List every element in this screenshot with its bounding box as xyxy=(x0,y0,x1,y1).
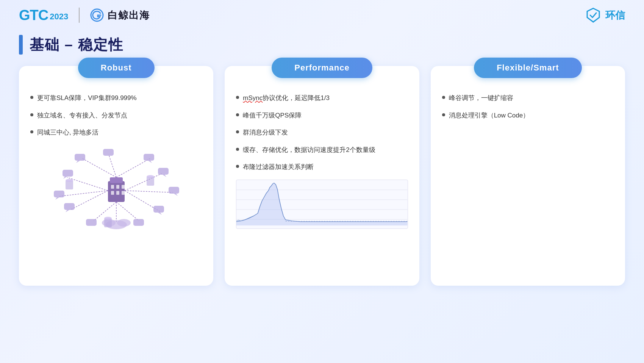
svg-line-21 xyxy=(116,202,139,221)
flexible-bullet-list: 峰谷调节，一键扩缩容 消息处理引擎（Low Code） xyxy=(442,93,614,120)
svg-line-12 xyxy=(116,158,150,177)
page-title-section: 基础 – 稳定性 xyxy=(19,35,625,55)
svg-rect-43 xyxy=(133,219,144,226)
gtc-logo: GTC 2023 xyxy=(19,7,68,23)
svg-rect-31 xyxy=(64,203,75,210)
svg-rect-27 xyxy=(63,170,73,177)
robust-bullet-1-text: 更可靠SLA保障，VIP集群99.999% xyxy=(37,93,137,103)
svg-line-17 xyxy=(125,191,173,192)
perf-bullet-4: 缓存、存储优化，数据访问速度提升2个数量级 xyxy=(236,145,408,155)
svg-rect-29 xyxy=(54,191,64,197)
bullet-dot xyxy=(30,130,33,133)
svg-rect-25 xyxy=(75,154,85,161)
robust-bullet-2-text: 独立域名、专有接入、分发节点 xyxy=(37,111,127,120)
perf-bullet-3: 群消息分级下发 xyxy=(236,128,408,138)
bullet-dot xyxy=(236,148,239,151)
robust-bullet-3: 同城三中心, 异地多活 xyxy=(30,128,202,138)
page-title: 基础 – 稳定性 xyxy=(30,35,123,55)
title-accent xyxy=(19,35,23,55)
brand-icon xyxy=(90,8,104,22)
robust-bullet-3-text: 同城三中心, 异地多活 xyxy=(37,128,98,138)
svg-point-45 xyxy=(66,179,73,182)
bullet-dot xyxy=(442,96,445,99)
flex-bullet-2-text: 消息处理引擎（Low Code） xyxy=(449,111,530,120)
svg-marker-36 xyxy=(163,175,166,177)
bullet-dot xyxy=(236,113,239,116)
network-svg xyxy=(48,147,184,230)
svg-point-47 xyxy=(147,175,154,178)
bullet-dot xyxy=(30,96,33,99)
card-flexible-smart-badge: Flexible/Smart xyxy=(474,58,581,78)
cards-container: Robust 更可靠SLA保障，VIP集群99.999% 独立域名、专有接入、分… xyxy=(0,62,644,293)
brand-name: 白鲸出海 xyxy=(108,9,150,22)
bullet-dot xyxy=(236,130,239,133)
svg-marker-40 xyxy=(158,213,162,215)
network-diagram xyxy=(30,145,202,232)
perf-bullet-3-text: 群消息分级下发 xyxy=(243,128,288,138)
svg-rect-9 xyxy=(122,191,125,195)
svg-line-16 xyxy=(125,174,162,191)
perf-bullet-5: 布隆过滤器加速关系判断 xyxy=(236,162,408,172)
header-divider xyxy=(79,8,80,23)
svg-marker-28 xyxy=(63,177,67,179)
card-performance-content: mSync协议优化，延迟降低1/3 峰值千万级QPS保障 群消息分级下发 缓存、… xyxy=(225,89,419,229)
card-flexible-smart-header: Flexible/Smart xyxy=(431,58,625,78)
card-robust-header: Robust xyxy=(19,58,213,78)
card-performance-header: Performance xyxy=(225,58,419,78)
header-left: GTC 2023 白鲸出海 xyxy=(19,7,150,23)
svg-rect-41 xyxy=(103,149,114,156)
header: GTC 2023 白鲸出海 环信 xyxy=(0,0,644,28)
msync-text: mSync xyxy=(243,94,263,102)
svg-rect-6 xyxy=(122,185,125,189)
card-flexible-smart: Flexible/Smart 峰谷调节，一键扩缩容 消息处理引擎（Low Cod… xyxy=(431,66,625,286)
svg-point-49 xyxy=(104,217,112,220)
robust-bullet-1: 更可靠SLA保障，VIP集群99.999% xyxy=(30,93,202,103)
svg-marker-38 xyxy=(174,194,178,196)
perf-bullet-2: 峰值千万级QPS保障 xyxy=(236,111,408,120)
huanxin-logo: 环信 xyxy=(585,7,625,23)
svg-point-24 xyxy=(117,219,131,227)
svg-marker-1 xyxy=(587,8,599,22)
svg-rect-7 xyxy=(111,191,114,195)
brand-logo: 白鲸出海 xyxy=(90,8,150,22)
robust-bullet-2: 独立域名、专有接入、分发节点 xyxy=(30,111,202,120)
svg-marker-32 xyxy=(66,210,69,212)
bullet-dot xyxy=(30,113,33,116)
svg-line-15 xyxy=(71,191,108,210)
perf-bullet-1-text: mSync协议优化，延迟降低1/3 xyxy=(243,93,330,103)
svg-rect-8 xyxy=(116,191,119,195)
svg-marker-34 xyxy=(148,161,152,163)
perf-bullet-2-text: 峰值千万级QPS保障 xyxy=(243,111,302,120)
card-robust-badge: Robust xyxy=(78,58,155,78)
svg-rect-42 xyxy=(86,219,97,226)
svg-rect-3 xyxy=(110,177,123,183)
bullet-dot xyxy=(236,96,239,99)
svg-rect-39 xyxy=(153,206,164,213)
card-robust: Robust 更可靠SLA保障，VIP集群99.999% 独立域名、专有接入、分… xyxy=(19,66,213,286)
bullet-dot xyxy=(236,165,239,168)
card-robust-content: 更可靠SLA保障，VIP集群99.999% 独立域名、专有接入、分发节点 同城三… xyxy=(19,89,213,232)
perf-bullet-5-text: 布隆过滤器加速关系判断 xyxy=(243,162,314,172)
card-flexible-smart-content: 峰谷调节，一键扩缩容 消息处理引擎（Low Code） xyxy=(431,89,625,120)
performance-chart xyxy=(236,180,408,229)
perf-bullet-1: mSync协议优化，延迟降低1/3 xyxy=(236,93,408,103)
svg-rect-35 xyxy=(158,168,169,175)
svg-line-11 xyxy=(109,155,116,177)
card-performance-badge: Performance xyxy=(272,58,372,78)
flex-bullet-2: 消息处理引擎（Low Code） xyxy=(442,111,614,120)
svg-line-14 xyxy=(59,191,108,196)
svg-marker-26 xyxy=(76,161,80,163)
huanxin-icon xyxy=(585,7,602,23)
svg-rect-4 xyxy=(111,185,114,189)
robust-bullet-list: 更可靠SLA保障，VIP集群99.999% 独立域名、专有接入、分发节点 同城三… xyxy=(30,93,202,138)
chart-svg xyxy=(236,180,407,229)
svg-rect-37 xyxy=(169,187,179,194)
svg-rect-5 xyxy=(116,185,119,189)
perf-bullet-4-text: 缓存、存储优化，数据访问速度提升2个数量级 xyxy=(243,145,375,155)
svg-rect-33 xyxy=(144,154,154,161)
performance-bullet-list: mSync协议优化，延迟降低1/3 峰值千万级QPS保障 群消息分级下发 缓存、… xyxy=(236,93,408,172)
flex-bullet-1-text: 峰谷调节，一键扩缩容 xyxy=(449,93,513,103)
svg-line-13 xyxy=(67,177,108,191)
card-performance: Performance mSync协议优化，延迟降低1/3 峰值千万级QPS保障… xyxy=(225,66,419,286)
huanxin-text: 环信 xyxy=(605,9,625,22)
